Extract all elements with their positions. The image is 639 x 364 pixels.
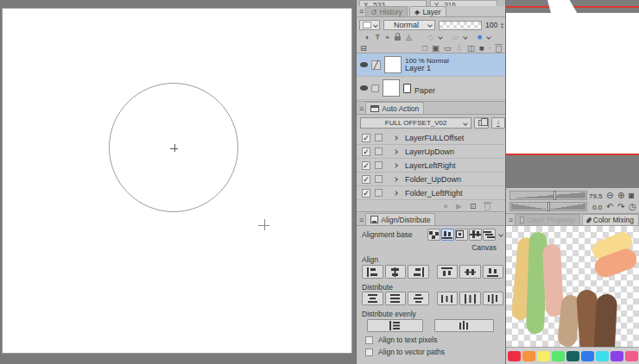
action-enabled-checkbox[interactable]: ✓ bbox=[362, 175, 370, 184]
chevron-down-icon[interactable] bbox=[498, 232, 503, 237]
reference-layer-icon[interactable]: ⌖ bbox=[385, 33, 389, 42]
action-enabled-checkbox[interactable]: ✓ bbox=[362, 134, 370, 142]
record-icon[interactable]: ● bbox=[443, 201, 448, 210]
checkbox[interactable] bbox=[365, 348, 373, 356]
align-v-center-button[interactable] bbox=[459, 265, 481, 279]
layer-row-paper[interactable]: Paper bbox=[357, 77, 505, 100]
action-enabled-checkbox[interactable]: ✓ bbox=[362, 147, 370, 156]
align-top-button[interactable] bbox=[437, 265, 459, 279]
new-vector-layer-icon[interactable]: ▣ bbox=[432, 43, 440, 53]
action-dialog-checkbox[interactable] bbox=[375, 147, 383, 155]
new-layer-icon[interactable]: □ bbox=[422, 43, 427, 53]
base-story-button[interactable] bbox=[483, 229, 496, 241]
zoom-slider-knob[interactable] bbox=[554, 191, 556, 200]
rotate-right-icon[interactable]: ↷ bbox=[617, 202, 624, 212]
distribute-top-button[interactable] bbox=[362, 292, 383, 305]
distribute-h-center-button[interactable] bbox=[459, 292, 481, 305]
expand-chevron-icon[interactable] bbox=[393, 135, 398, 141]
panel-menu-icon[interactable]: ≡ bbox=[359, 216, 364, 225]
visibility-eye-icon[interactable] bbox=[360, 62, 368, 67]
action-row[interactable]: ✓LayerLeftRight bbox=[357, 159, 505, 173]
panel-menu-icon[interactable]: ≡ bbox=[509, 216, 513, 225]
align-h-center-button[interactable] bbox=[385, 265, 407, 279]
checkbox[interactable] bbox=[365, 336, 373, 344]
distribute-left-button[interactable] bbox=[437, 292, 459, 305]
tab-history[interactable]: ↺ History bbox=[365, 6, 408, 16]
color-swatch[interactable] bbox=[537, 351, 550, 361]
tab-layer-property[interactable]: Layer Property bbox=[515, 214, 579, 225]
align-right-button[interactable] bbox=[408, 265, 429, 279]
action-dialog-checkbox[interactable] bbox=[375, 134, 383, 141]
expand-chevron-icon[interactable] bbox=[393, 177, 398, 182]
zoom-reset-icon[interactable]: ◙ bbox=[629, 191, 634, 201]
delete-layer-icon[interactable] bbox=[496, 46, 502, 53]
color-swatch[interactable] bbox=[625, 351, 638, 361]
import-set-button[interactable]: ↓ bbox=[491, 117, 505, 129]
palette-dock-icon[interactable]: ⊟ bbox=[360, 43, 367, 53]
drawing-canvas[interactable] bbox=[2, 8, 352, 354]
visibility-eye-icon[interactable] bbox=[360, 85, 368, 91]
zoom-slider[interactable] bbox=[509, 191, 587, 200]
layer-color-dropdown[interactable] bbox=[359, 20, 380, 30]
opacity-stepper[interactable]: ▴ ▾ bbox=[501, 22, 503, 28]
distribute-bottom-button[interactable] bbox=[408, 292, 429, 305]
action-row[interactable]: ✓LayerFULLOffset bbox=[357, 131, 505, 145]
rotate-left-icon[interactable]: ↶ bbox=[606, 202, 613, 212]
distribute-right-button[interactable] bbox=[483, 292, 504, 305]
add-action-icon[interactable]: ⊡ bbox=[470, 202, 477, 210]
selection-tool-icon[interactable]: ◇ bbox=[427, 33, 433, 41]
distribute-v-center-button[interactable] bbox=[385, 292, 407, 305]
lock-transparent-icon[interactable]: ◬ bbox=[406, 33, 412, 41]
zoom-out-icon[interactable]: ⊖ bbox=[606, 191, 613, 201]
sub-view-preview[interactable] bbox=[506, 0, 639, 188]
play-icon[interactable]: ▶ bbox=[456, 202, 462, 210]
base-objects-button[interactable] bbox=[427, 229, 440, 241]
blend-mode-dropdown[interactable]: Normal bbox=[383, 20, 435, 30]
rotation-slider-knob[interactable] bbox=[547, 202, 550, 211]
color-swatch[interactable] bbox=[611, 351, 623, 361]
action-enabled-checkbox[interactable]: ✓ bbox=[362, 189, 370, 198]
layer-thumbnail[interactable] bbox=[384, 56, 402, 73]
layer-row-layer1[interactable]: ╱ 100 % Normal Layer 1 bbox=[357, 53, 505, 77]
base-canvas-button[interactable] bbox=[469, 229, 482, 241]
action-row[interactable]: ✓LayerUpDown bbox=[357, 145, 505, 159]
tab-layer[interactable]: ◈ Layer bbox=[409, 6, 446, 16]
tab-auto-action[interactable]: Auto Action bbox=[365, 102, 424, 114]
tab-align-distribute[interactable]: Align/Distribute bbox=[365, 213, 435, 225]
clip-to-layer-icon[interactable]: ◐ bbox=[365, 33, 370, 41]
evenly-horizontal-button[interactable] bbox=[434, 319, 494, 332]
action-set-dropdown[interactable]: FULL OFFSET_V02 bbox=[360, 117, 471, 129]
zoom-in-icon[interactable]: ⊕ bbox=[617, 191, 624, 201]
delete-action-icon[interactable] bbox=[484, 204, 490, 210]
palette-color-icon[interactable]: ■ bbox=[478, 33, 482, 41]
fill-layer-icon[interactable]: ■ bbox=[479, 43, 484, 53]
align-left-button[interactable] bbox=[362, 265, 383, 279]
base-selection-button[interactable] bbox=[455, 229, 468, 241]
expand-chevron-icon[interactable] bbox=[393, 163, 398, 168]
action-enabled-checkbox[interactable]: ✓ bbox=[362, 161, 370, 170]
color-swatch[interactable] bbox=[596, 351, 609, 361]
color-swatch[interactable] bbox=[522, 351, 535, 361]
color-swatch[interactable] bbox=[566, 351, 579, 361]
action-dialog-checkbox[interactable] bbox=[375, 189, 383, 197]
rotate-reset-icon[interactable]: ◷ bbox=[629, 202, 636, 212]
tab-color-mixing[interactable]: Color Mixing bbox=[582, 214, 639, 225]
color-mixing-canvas[interactable] bbox=[506, 226, 639, 347]
panel-menu-icon[interactable]: ≡ bbox=[359, 104, 364, 114]
transfer-down-icon[interactable]: ⇩ bbox=[456, 43, 463, 53]
action-dialog-checkbox[interactable] bbox=[375, 161, 383, 169]
align-bottom-button[interactable] bbox=[483, 265, 504, 279]
color-swatch[interactable] bbox=[581, 351, 594, 361]
duplicate-set-button[interactable] bbox=[474, 117, 488, 129]
expand-chevron-icon[interactable] bbox=[393, 191, 398, 196]
threshold-icon[interactable]: Ŧ bbox=[375, 33, 380, 41]
action-row[interactable]: ✓Folder_UpDown bbox=[357, 173, 505, 186]
color-swatch[interactable] bbox=[552, 351, 565, 361]
new-folder-icon[interactable]: ▭ bbox=[444, 43, 452, 53]
lock-layer-icon[interactable] bbox=[395, 36, 401, 41]
evenly-vertical-button[interactable] bbox=[367, 319, 423, 332]
layer-thumbnail[interactable] bbox=[383, 79, 400, 97]
panel-menu-icon[interactable]: ≡ bbox=[359, 7, 364, 16]
action-dialog-checkbox[interactable] bbox=[375, 175, 383, 183]
y-coordinate-field[interactable]: Y 316 bbox=[430, 0, 497, 6]
